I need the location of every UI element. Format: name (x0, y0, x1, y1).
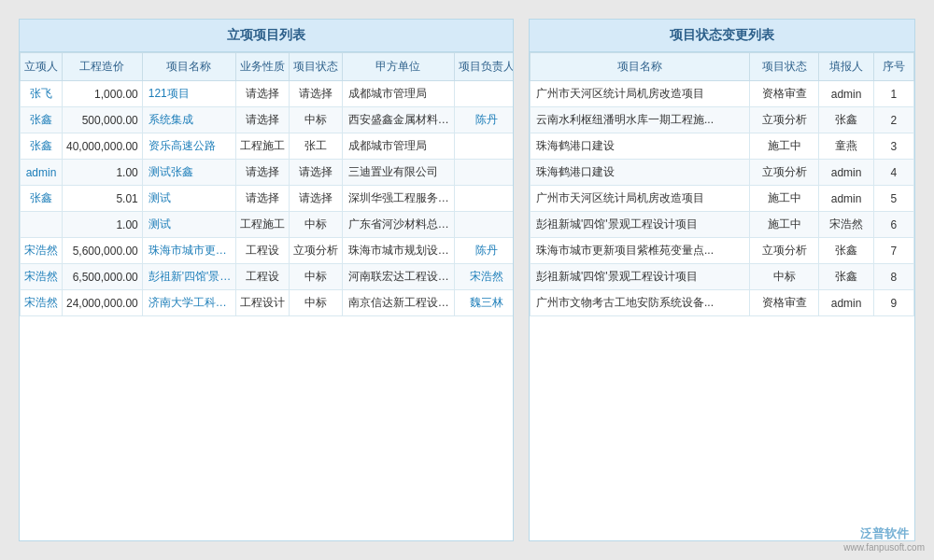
table-row: 珠海鹤港口建设 立项分析 admin 4 (531, 160, 914, 186)
r-col-header-seq: 序号 (873, 53, 913, 81)
cell-price: 5,600,000.00 (63, 238, 143, 264)
cell-price: 1.00 (63, 160, 143, 186)
cell-client: 广东省河沙材料总公司 (342, 212, 454, 238)
cell-status: 张工 (289, 133, 342, 160)
cell-person: 宋浩然 (21, 264, 63, 290)
cell-person: 张鑫 (21, 107, 63, 133)
r-cell-seq: 5 (873, 186, 913, 212)
cell-name: 济南大学工科综合楼建设... (142, 290, 235, 316)
col-header-person: 立项人 (21, 53, 63, 81)
col-header-client: 甲方单位 (342, 53, 454, 81)
r-cell-reporter: 宋浩然 (819, 212, 874, 238)
cell-client: 成都城市管理局 (342, 81, 454, 107)
cell-biztype: 工程设 (235, 264, 289, 290)
cell-client: 三迪置业有限公司 (342, 160, 454, 186)
watermark-logo: 泛普软件 (860, 525, 909, 542)
r-cell-seq: 9 (873, 290, 913, 316)
cell-client: 西安盛鑫金属材料有限公司 (342, 107, 454, 133)
cell-name: 测试张鑫 (142, 160, 235, 186)
col-header-manager: 项目负责人 (454, 53, 514, 81)
cell-manager (454, 133, 514, 160)
left-table-title: 立项项目列表 (20, 20, 513, 52)
cell-manager: 陈丹 (454, 107, 514, 133)
table-row: 张飞 1,000.00 121项目 请选择 请选择 成都城市管理局 关联详情 (21, 81, 515, 107)
r-col-header-reporter: 填报人 (819, 53, 874, 81)
cell-status: 立项分析 (289, 238, 342, 264)
cell-price: 24,000,000.00 (63, 290, 143, 316)
r-cell-reporter: admin (819, 160, 874, 186)
r-cell-name: 广州市天河区统计局机房改造项目 (531, 186, 750, 212)
cell-name: 彭祖新'四馆'景观工程... (142, 264, 235, 290)
cell-status: 中标 (289, 212, 342, 238)
r-cell-reporter: admin (819, 290, 874, 316)
cell-client: 成都城市管理局 (342, 133, 454, 160)
cell-price: 500,000.00 (63, 107, 143, 133)
cell-name: 珠海市城市更新项目紫椎... (142, 238, 235, 264)
left-panel: 立项项目列表 立项人 工程造价 项目名称 业务性质 项目状态 甲方单位 项目负责… (19, 19, 514, 541)
cell-name: 系统集成 (142, 107, 235, 133)
table-row: 张鑫 40,000,000.00 资乐高速公路 工程施工 张工 成都城市管理局 … (21, 133, 515, 160)
table-row: 彭祖新城'四馆'景观工程设计项目 中标 张鑫 8 (531, 264, 914, 290)
r-cell-reporter: 童燕 (819, 133, 874, 160)
col-header-status: 项目状态 (289, 53, 342, 81)
cell-person: 宋浩然 (21, 290, 63, 316)
cell-manager (454, 160, 514, 186)
cell-name: 测试 (142, 212, 235, 238)
cell-status: 中标 (289, 264, 342, 290)
cell-status: 请选择 (289, 186, 342, 212)
table-row: 张鑫 500,000.00 系统集成 请选择 中标 西安盛鑫金属材料有限公司 陈… (21, 107, 515, 133)
right-table-title: 项目状态变更列表 (530, 20, 914, 52)
r-cell-reporter: admin (819, 81, 874, 107)
cell-name: 测试 (142, 186, 235, 212)
cell-manager: 陈丹 (454, 238, 514, 264)
r-cell-reporter: 张鑫 (819, 238, 874, 264)
cell-person: 张鑫 (21, 186, 63, 212)
r-cell-name: 珠海鹤港口建设 (531, 160, 750, 186)
r-cell-seq: 2 (873, 107, 913, 133)
cell-person (21, 212, 63, 238)
right-panel: 项目状态变更列表 项目名称 项目状态 填报人 序号 广州市天河区统计局机房改造项… (529, 19, 915, 541)
table-row: 张鑫 5.01 测试 请选择 请选择 深圳华强工程服务公司担迪 关联详情 (21, 186, 515, 212)
cell-manager (454, 186, 514, 212)
cell-manager (454, 212, 514, 238)
r-cell-name: 广州市文物考古工地安防系统设备... (531, 290, 750, 316)
r-cell-name: 云南水利枢纽潘明水库一期工程施... (531, 107, 750, 133)
cell-biztype: 工程施工 (235, 133, 289, 160)
r-cell-name: 珠海市城市更新项目紫椎苑变量点... (531, 238, 750, 264)
r-cell-status: 中标 (749, 264, 818, 290)
table-row: 宋浩然 6,500,000.00 彭祖新'四馆'景观工程... 工程设 中标 河… (21, 264, 515, 290)
table-row: 云南水利枢纽潘明水库一期工程施... 立项分析 张鑫 2 (531, 107, 914, 133)
cell-manager: 魏三林 (454, 290, 514, 316)
cell-name: 资乐高速公路 (142, 133, 235, 160)
cell-client: 河南联宏达工程设计有限公司 (342, 264, 454, 290)
col-header-name: 项目名称 (142, 53, 235, 81)
left-table: 立项人 工程造价 项目名称 业务性质 项目状态 甲方单位 项目负责人 张飞 1,… (20, 52, 514, 316)
cell-biztype: 请选择 (235, 186, 289, 212)
r-cell-status: 资格审查 (749, 290, 818, 316)
cell-person: admin (21, 160, 63, 186)
cell-biztype: 工程设计 (235, 290, 289, 316)
cell-price: 1,000.00 (63, 81, 143, 107)
table-row: 广州市文物考古工地安防系统设备... 资格审查 admin 9 (531, 290, 914, 316)
r-cell-reporter: 张鑫 (819, 107, 874, 133)
cell-status: 中标 (289, 290, 342, 316)
cell-person: 张鑫 (21, 133, 63, 160)
table-row: 宋浩然 5,600,000.00 珠海市城市更新项目紫椎... 工程设 立项分析… (21, 238, 515, 264)
r-cell-status: 施工中 (749, 212, 818, 238)
r-cell-seq: 6 (873, 212, 913, 238)
r-col-header-name: 项目名称 (531, 53, 750, 81)
r-cell-status: 立项分析 (749, 160, 818, 186)
cell-biztype: 工程设 (235, 238, 289, 264)
cell-status: 请选择 (289, 81, 342, 107)
cell-price: 1.00 (63, 212, 143, 238)
cell-manager (454, 81, 514, 107)
cell-person: 张飞 (21, 81, 63, 107)
cell-status: 请选择 (289, 160, 342, 186)
watermark: 泛普软件 www.fanpusoft.com (843, 525, 925, 553)
cell-status: 中标 (289, 107, 342, 133)
page-container: 立项项目列表 立项人 工程造价 项目名称 业务性质 项目状态 甲方单位 项目负责… (0, 0, 934, 560)
cell-biztype: 请选择 (235, 81, 289, 107)
r-cell-seq: 1 (873, 81, 913, 107)
r-cell-name: 珠海鹤港口建设 (531, 133, 750, 160)
r-cell-status: 资格审查 (749, 81, 818, 107)
